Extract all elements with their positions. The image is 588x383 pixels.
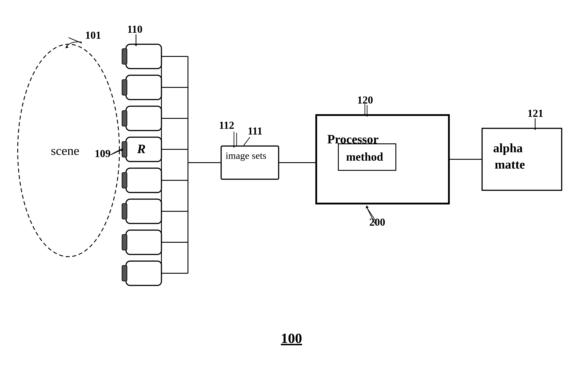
- camera-8-mount: [122, 266, 127, 281]
- camera-5: [126, 168, 161, 193]
- camera-8: [126, 261, 161, 285]
- camera-1: [126, 44, 161, 68]
- method-label: method: [346, 151, 383, 163]
- diagram-svg: scene R image sets Processor method alph…: [0, 0, 588, 383]
- camera-2: [126, 75, 161, 100]
- matte-label: matte: [495, 158, 525, 171]
- ref-111: 111: [248, 125, 262, 137]
- camera-1-mount: [122, 49, 127, 64]
- camera-2-mount: [122, 80, 127, 95]
- camera-5-mount: [122, 173, 127, 188]
- arrow-121-head: [534, 128, 537, 130]
- ref-112: 112: [219, 119, 234, 131]
- camera-7: [126, 230, 161, 254]
- ref-111-line: [243, 137, 250, 146]
- arrow-110-head: [134, 44, 138, 46]
- r-label: R: [137, 142, 146, 156]
- processor-label: Processor: [327, 132, 378, 146]
- scene-label: scene: [51, 143, 79, 158]
- diagram-container: scene R image sets Processor method alph…: [0, 0, 588, 383]
- camera-3: [126, 106, 161, 131]
- camera-6-mount: [122, 203, 127, 219]
- ref-120: 120: [357, 94, 373, 106]
- camera-7-mount: [122, 235, 127, 250]
- ref-101: 101: [85, 29, 101, 41]
- ref-121: 121: [527, 107, 543, 119]
- image-sets-label: image sets: [226, 150, 267, 161]
- arrow-112-head: [232, 146, 235, 148]
- figure-number: 100: [281, 330, 302, 346]
- ref-109: 109: [95, 148, 111, 159]
- camera-3-mount: [122, 111, 127, 126]
- arrow-101-head: [65, 45, 68, 48]
- alpha-label: alpha: [493, 141, 523, 155]
- ref-110: 110: [127, 23, 142, 35]
- arrow-200-head: [366, 205, 369, 208]
- camera-6: [126, 199, 161, 224]
- arrow-101: [66, 42, 82, 46]
